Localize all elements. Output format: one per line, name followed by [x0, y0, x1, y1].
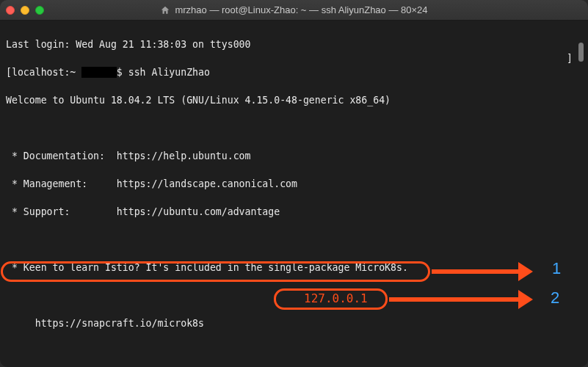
terminal-line [6, 344, 582, 358]
annotation-number-1: 1 [552, 261, 561, 275]
scrollbar[interactable] [576, 43, 587, 364]
scrollbar-thumb[interactable] [578, 43, 584, 62]
terminal-line: Welcome to Ubuntu 18.04.2 LTS (GNU/Linux… [6, 93, 582, 107]
terminal-line: * Management: https://landscape.canonica… [6, 177, 582, 191]
terminal-line [6, 233, 582, 247]
redacted-user: xxxxxx [81, 67, 117, 78]
window-title-text: mrzhao — root@Linux-Zhao: ~ — ssh Aliyun… [175, 4, 427, 15]
window-title: mrzhao — root@Linux-Zhao: ~ — ssh Aliyun… [0, 4, 588, 15]
terminal-viewport[interactable]: Last login: Wed Aug 21 11:38:03 on ttys0… [0, 21, 588, 367]
local-prompt-left: [localhost:~ [6, 67, 81, 78]
window-titlebar: mrzhao — root@Linux-Zhao: ~ — ssh Aliyun… [0, 0, 588, 21]
terminal-line: * Documentation: https://help.ubuntu.com [6, 149, 582, 163]
local-prompt-right: $ ssh AliyunZhao [117, 67, 210, 78]
minimize-icon[interactable] [21, 6, 29, 15]
terminal-line: Last login: Wed Aug 21 11:38:03 on ttys0… [6, 37, 582, 51]
zoom-icon[interactable] [35, 6, 44, 15]
annotation-number-2: 2 [551, 291, 559, 305]
terminal-line: https://snapcraft.io/microk8s [6, 316, 582, 330]
close-icon[interactable] [6, 6, 15, 15]
terminal-line: [localhost:~ xxxxxx$ ssh AliyunZhao [6, 65, 582, 79]
window-controls [6, 6, 44, 15]
annotation-ip: 127.0.0.1 [304, 291, 368, 305]
wrapped-bracket: ] [567, 51, 573, 65]
home-icon [160, 5, 170, 15]
terminal-line [6, 121, 582, 135]
terminal-line: * Support: https://ubuntu.com/advantage [6, 205, 582, 219]
